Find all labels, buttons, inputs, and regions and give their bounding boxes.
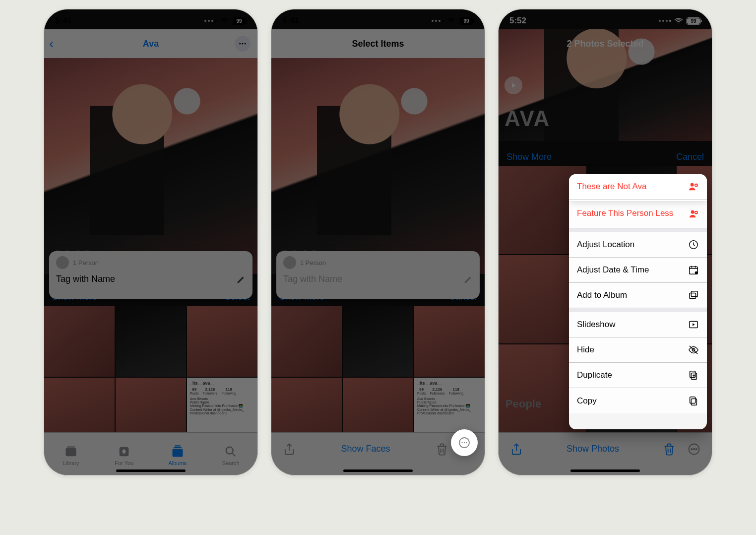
- pencil-icon: [464, 275, 473, 284]
- tab-albums[interactable]: Albums: [151, 433, 204, 475]
- svg-rect-7: [174, 447, 182, 448]
- photo-grid: _its__ava__ 69Posts 2,126Followers 118Fo…: [44, 306, 257, 432]
- menu-slideshow[interactable]: Slideshow: [569, 312, 707, 337]
- svg-point-17: [466, 442, 467, 443]
- person-big-name: AVA: [504, 106, 550, 131]
- play-memory-button[interactable]: [504, 76, 522, 94]
- duplicate-icon: [688, 370, 699, 381]
- svg-rect-35: [691, 399, 696, 405]
- svg-rect-6: [172, 449, 183, 457]
- svg-rect-30: [691, 291, 697, 297]
- show-more-link[interactable]: Show More: [506, 152, 552, 162]
- svg-point-20: [693, 448, 694, 449]
- hero-photo[interactable]: AVA 1 Person Tag with Name: [44, 58, 257, 274]
- cancel-link[interactable]: Cancel: [676, 152, 704, 162]
- svg-point-19: [691, 448, 692, 449]
- selection-toolbar: Show Photos: [499, 432, 712, 475]
- svg-rect-8: [175, 445, 181, 446]
- library-icon: [64, 445, 78, 459]
- svg-point-1: [242, 43, 244, 45]
- svg-point-0: [239, 43, 241, 45]
- more-button[interactable]: [235, 36, 251, 52]
- screen-2-select-items: 5:41 99 Select Items AVA 1 Person Tag wi…: [271, 9, 485, 475]
- eye-slash-icon: [688, 344, 699, 355]
- menu-hide[interactable]: Hide: [569, 337, 707, 363]
- cellular-dots: [204, 20, 217, 22]
- hero-figure: [271, 58, 485, 274]
- tab-library[interactable]: Library: [44, 433, 98, 475]
- trash-icon[interactable]: [662, 442, 676, 456]
- svg-point-28: [695, 271, 698, 274]
- tag-sheet-head: 1 Person: [300, 259, 326, 267]
- pencil-icon: [237, 275, 246, 284]
- share-icon[interactable]: [282, 442, 296, 456]
- menu-copy[interactable]: Copy: [569, 388, 707, 413]
- menu-adjust-location[interactable]: Adjust Location: [569, 232, 707, 258]
- share-icon[interactable]: [509, 442, 523, 456]
- photo-grid: _its__ava__ 69Posts 2,126Followers 118Fo…: [271, 306, 485, 432]
- show-photos-button[interactable]: Show Photos: [567, 444, 619, 454]
- menu-not-this-person[interactable]: These are Not Ava: [569, 174, 707, 200]
- nav-bar: ‹ Ava: [44, 29, 257, 58]
- tag-sheet-avatar: [283, 256, 296, 269]
- show-faces-button[interactable]: Show Faces: [341, 444, 390, 454]
- status-time: 5:52: [509, 16, 526, 26]
- menu-feature-less[interactable]: Feature This Person Less: [569, 200, 707, 228]
- home-indicator[interactable]: [116, 469, 186, 472]
- tag-name-field[interactable]: Tag with Name: [283, 274, 342, 284]
- photo-thumbnail[interactable]: [343, 306, 413, 377]
- home-indicator[interactable]: [343, 469, 413, 472]
- home-indicator[interactable]: [570, 469, 640, 472]
- svg-point-21: [695, 448, 696, 449]
- svg-point-9: [226, 447, 233, 454]
- location-icon: [688, 239, 699, 250]
- photo-thumbnail[interactable]: [44, 306, 115, 377]
- menu-add-album[interactable]: Add to Album: [569, 283, 707, 308]
- person-remove-icon: [688, 181, 699, 192]
- hero-figure: [44, 58, 257, 274]
- svg-point-24: [691, 210, 694, 213]
- calendar-icon: [688, 265, 699, 275]
- svg-point-22: [691, 184, 694, 187]
- tab-search[interactable]: Search: [204, 433, 258, 475]
- nav-title: Select Items: [352, 39, 404, 49]
- wifi-icon: [447, 16, 456, 25]
- ellipsis-icon: [238, 39, 247, 48]
- tag-sheet-avatar: [56, 256, 69, 269]
- svg-point-15: [461, 442, 462, 443]
- trash-icon[interactable]: [435, 442, 449, 456]
- albums-icon: [171, 445, 185, 459]
- screen-1-person-album: 5:41 99 ‹ Ava AVA 1 Person Tag with Name: [44, 9, 258, 475]
- people-header: People: [505, 398, 541, 410]
- status-bar: 5:41 99: [44, 9, 257, 29]
- nav-title: 2 Photos Selected: [567, 39, 643, 49]
- menu-adjust-date[interactable]: Adjust Date & Time: [569, 258, 707, 283]
- svg-rect-36: [690, 397, 695, 403]
- battery-indicator: 99: [232, 17, 247, 25]
- album-add-icon: [688, 290, 699, 301]
- photo-thumbnail[interactable]: [271, 306, 342, 377]
- svg-point-16: [464, 442, 465, 443]
- hero-photo[interactable]: AVA 1 Person Tag with Name: [271, 58, 485, 274]
- photo-thumbnail[interactable]: [187, 306, 257, 377]
- nav-title: Ava: [143, 39, 159, 49]
- tag-name-field[interactable]: Tag with Name: [56, 274, 115, 284]
- wifi-icon: [220, 16, 229, 25]
- photo-thumbnail[interactable]: [116, 306, 186, 377]
- more-circle-icon[interactable]: [687, 442, 701, 456]
- more-fab-highlight[interactable]: [451, 429, 478, 456]
- wifi-icon: [674, 16, 683, 25]
- copy-icon: [688, 396, 699, 406]
- photo-thumbnail[interactable]: [414, 306, 485, 377]
- svg-rect-3: [65, 448, 76, 456]
- search-icon: [224, 445, 238, 459]
- tab-bar: Library For You Albums Search: [44, 432, 257, 475]
- battery-indicator: 99: [686, 17, 701, 25]
- svg-rect-29: [690, 293, 696, 298]
- tab-foryou[interactable]: For You: [98, 433, 151, 475]
- back-button[interactable]: ‹: [49, 36, 54, 52]
- nav-bar: Select Items: [271, 29, 485, 58]
- tag-sheet-head: 1 Person: [73, 259, 99, 267]
- svg-rect-34: [690, 371, 695, 378]
- menu-duplicate[interactable]: Duplicate: [569, 363, 707, 388]
